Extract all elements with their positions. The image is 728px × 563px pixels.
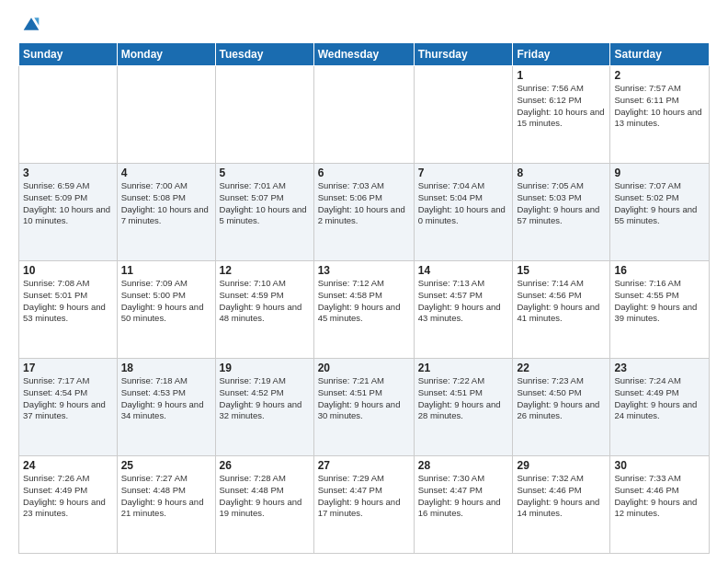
day-cell: 26Sunrise: 7:28 AM Sunset: 4:48 PM Dayli… <box>215 456 313 554</box>
day-cell: 13Sunrise: 7:12 AM Sunset: 4:58 PM Dayli… <box>313 261 414 359</box>
day-cell: 22Sunrise: 7:23 AM Sunset: 4:50 PM Dayli… <box>513 359 610 456</box>
logo-icon <box>22 15 40 33</box>
day-cell: 8Sunrise: 7:05 AM Sunset: 5:03 PM Daylig… <box>513 164 610 261</box>
day-cell <box>19 66 118 164</box>
weekday-sunday: Sunday <box>19 43 118 66</box>
day-info: Sunrise: 7:05 AM Sunset: 5:03 PM Dayligh… <box>517 180 606 227</box>
weekday-wednesday: Wednesday <box>313 43 414 66</box>
day-info: Sunrise: 7:00 AM Sunset: 5:08 PM Dayligh… <box>121 180 211 227</box>
day-info: Sunrise: 7:56 AM Sunset: 6:12 PM Dayligh… <box>517 83 606 130</box>
day-number: 9 <box>614 167 705 179</box>
day-cell: 4Sunrise: 7:00 AM Sunset: 5:08 PM Daylig… <box>117 164 215 261</box>
day-cell: 28Sunrise: 7:30 AM Sunset: 4:47 PM Dayli… <box>414 456 513 554</box>
weekday-saturday: Saturday <box>610 43 710 66</box>
weekday-tuesday: Tuesday <box>215 43 313 66</box>
day-cell <box>414 66 513 164</box>
day-info: Sunrise: 7:24 AM Sunset: 4:49 PM Dayligh… <box>614 375 705 422</box>
day-cell: 19Sunrise: 7:19 AM Sunset: 4:52 PM Dayli… <box>215 359 313 456</box>
day-number: 10 <box>23 264 113 277</box>
day-info: Sunrise: 7:16 AM Sunset: 4:55 PM Dayligh… <box>614 278 705 325</box>
day-info: Sunrise: 7:07 AM Sunset: 5:02 PM Dayligh… <box>614 180 705 227</box>
day-number: 5 <box>220 167 310 179</box>
day-cell: 3Sunrise: 6:59 AM Sunset: 5:09 PM Daylig… <box>19 164 118 261</box>
day-cell: 10Sunrise: 7:08 AM Sunset: 5:01 PM Dayli… <box>19 261 118 359</box>
day-info: Sunrise: 7:18 AM Sunset: 4:53 PM Dayligh… <box>121 375 211 422</box>
day-number: 17 <box>23 362 113 374</box>
header <box>18 15 710 33</box>
week-row-3: 17Sunrise: 7:17 AM Sunset: 4:54 PM Dayli… <box>19 359 710 456</box>
day-number: 18 <box>121 362 211 374</box>
day-cell: 27Sunrise: 7:29 AM Sunset: 4:47 PM Dayli… <box>313 456 414 554</box>
day-cell: 20Sunrise: 7:21 AM Sunset: 4:51 PM Dayli… <box>313 359 414 456</box>
day-number: 19 <box>220 362 310 374</box>
day-info: Sunrise: 7:03 AM Sunset: 5:06 PM Dayligh… <box>318 180 410 227</box>
day-cell: 2Sunrise: 7:57 AM Sunset: 6:11 PM Daylig… <box>610 66 710 164</box>
day-cell <box>215 66 313 164</box>
day-number: 29 <box>517 459 606 472</box>
day-info: Sunrise: 7:12 AM Sunset: 4:58 PM Dayligh… <box>318 278 410 325</box>
day-cell: 25Sunrise: 7:27 AM Sunset: 4:48 PM Dayli… <box>117 456 215 554</box>
day-number: 6 <box>318 167 410 179</box>
day-cell: 6Sunrise: 7:03 AM Sunset: 5:06 PM Daylig… <box>313 164 414 261</box>
day-cell: 18Sunrise: 7:18 AM Sunset: 4:53 PM Dayli… <box>117 359 215 456</box>
day-number: 4 <box>121 167 211 179</box>
day-number: 12 <box>220 264 310 277</box>
day-number: 28 <box>418 459 509 472</box>
day-number: 21 <box>418 362 509 374</box>
day-cell <box>117 66 215 164</box>
day-number: 3 <box>23 167 113 179</box>
day-info: Sunrise: 7:17 AM Sunset: 4:54 PM Dayligh… <box>23 375 113 422</box>
day-cell: 29Sunrise: 7:32 AM Sunset: 4:46 PM Dayli… <box>513 456 610 554</box>
day-number: 13 <box>318 264 410 277</box>
week-row-4: 24Sunrise: 7:26 AM Sunset: 4:49 PM Dayli… <box>19 456 710 554</box>
day-cell: 15Sunrise: 7:14 AM Sunset: 4:56 PM Dayli… <box>513 261 610 359</box>
day-number: 16 <box>614 264 705 277</box>
day-number: 1 <box>517 69 606 82</box>
day-cell: 24Sunrise: 7:26 AM Sunset: 4:49 PM Dayli… <box>19 456 118 554</box>
day-info: Sunrise: 7:04 AM Sunset: 5:04 PM Dayligh… <box>418 180 509 227</box>
day-info: Sunrise: 7:14 AM Sunset: 4:56 PM Dayligh… <box>517 278 606 325</box>
page: SundayMondayTuesdayWednesdayThursdayFrid… <box>0 0 728 563</box>
day-cell: 16Sunrise: 7:16 AM Sunset: 4:55 PM Dayli… <box>610 261 710 359</box>
day-number: 26 <box>220 459 310 472</box>
day-number: 22 <box>517 362 606 374</box>
calendar-table: SundayMondayTuesdayWednesdayThursdayFrid… <box>18 42 710 554</box>
day-number: 2 <box>614 69 705 82</box>
day-cell: 23Sunrise: 7:24 AM Sunset: 4:49 PM Dayli… <box>610 359 710 456</box>
day-number: 30 <box>614 459 705 472</box>
logo <box>18 15 40 33</box>
day-info: Sunrise: 7:29 AM Sunset: 4:47 PM Dayligh… <box>318 473 410 520</box>
day-info: Sunrise: 7:10 AM Sunset: 4:59 PM Dayligh… <box>220 278 310 325</box>
day-info: Sunrise: 7:23 AM Sunset: 4:50 PM Dayligh… <box>517 375 606 422</box>
day-number: 27 <box>318 459 410 472</box>
weekday-thursday: Thursday <box>414 43 513 66</box>
day-info: Sunrise: 7:19 AM Sunset: 4:52 PM Dayligh… <box>220 375 310 422</box>
day-info: Sunrise: 7:09 AM Sunset: 5:00 PM Dayligh… <box>121 278 211 325</box>
day-info: Sunrise: 7:33 AM Sunset: 4:46 PM Dayligh… <box>614 473 705 520</box>
day-number: 25 <box>121 459 211 472</box>
day-cell: 11Sunrise: 7:09 AM Sunset: 5:00 PM Dayli… <box>117 261 215 359</box>
day-number: 15 <box>517 264 606 277</box>
week-row-2: 10Sunrise: 7:08 AM Sunset: 5:01 PM Dayli… <box>19 261 710 359</box>
day-cell: 12Sunrise: 7:10 AM Sunset: 4:59 PM Dayli… <box>215 261 313 359</box>
day-number: 23 <box>614 362 705 374</box>
day-info: Sunrise: 7:26 AM Sunset: 4:49 PM Dayligh… <box>23 473 113 520</box>
day-info: Sunrise: 7:21 AM Sunset: 4:51 PM Dayligh… <box>318 375 410 422</box>
day-info: Sunrise: 7:30 AM Sunset: 4:47 PM Dayligh… <box>418 473 509 520</box>
day-number: 8 <box>517 167 606 179</box>
day-cell: 9Sunrise: 7:07 AM Sunset: 5:02 PM Daylig… <box>610 164 710 261</box>
day-cell <box>313 66 414 164</box>
week-row-0: 1Sunrise: 7:56 AM Sunset: 6:12 PM Daylig… <box>19 66 710 164</box>
day-info: Sunrise: 7:13 AM Sunset: 4:57 PM Dayligh… <box>418 278 509 325</box>
day-info: Sunrise: 7:01 AM Sunset: 5:07 PM Dayligh… <box>220 180 310 227</box>
day-info: Sunrise: 7:08 AM Sunset: 5:01 PM Dayligh… <box>23 278 113 325</box>
day-cell: 7Sunrise: 7:04 AM Sunset: 5:04 PM Daylig… <box>414 164 513 261</box>
day-cell: 30Sunrise: 7:33 AM Sunset: 4:46 PM Dayli… <box>610 456 710 554</box>
weekday-header-row: SundayMondayTuesdayWednesdayThursdayFrid… <box>19 43 710 66</box>
day-number: 24 <box>23 459 113 472</box>
day-cell: 21Sunrise: 7:22 AM Sunset: 4:51 PM Dayli… <box>414 359 513 456</box>
day-info: Sunrise: 7:57 AM Sunset: 6:11 PM Dayligh… <box>614 83 705 130</box>
day-info: Sunrise: 7:22 AM Sunset: 4:51 PM Dayligh… <box>418 375 509 422</box>
day-info: Sunrise: 7:28 AM Sunset: 4:48 PM Dayligh… <box>220 473 310 520</box>
day-cell: 14Sunrise: 7:13 AM Sunset: 4:57 PM Dayli… <box>414 261 513 359</box>
